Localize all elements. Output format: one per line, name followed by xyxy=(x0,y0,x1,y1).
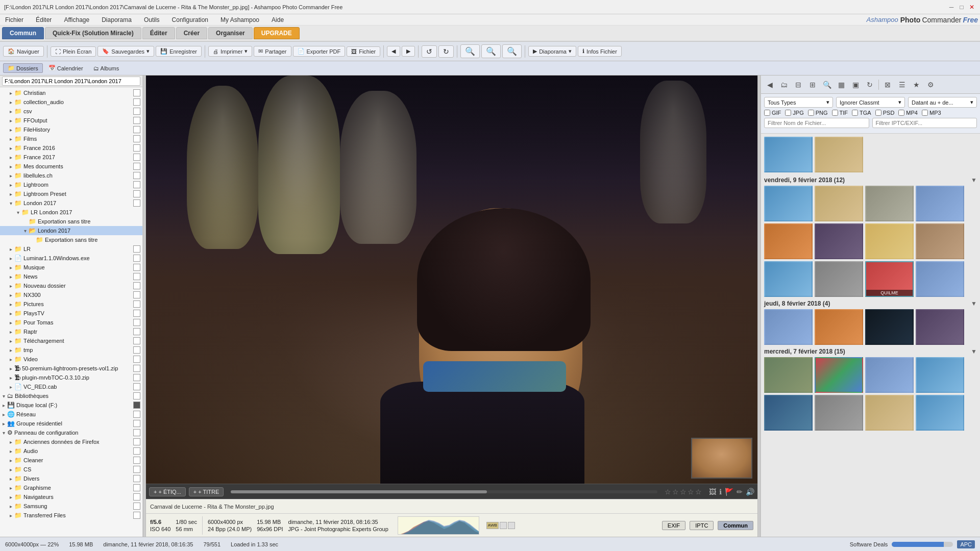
prev-button[interactable]: ◀ xyxy=(387,46,400,57)
tree-item-france2017[interactable]: ▸📁France 2017 xyxy=(0,153,142,162)
section-collapse-icon-2[interactable]: ▼ xyxy=(971,300,977,307)
navigate-button[interactable]: 🏠 Naviguer xyxy=(3,46,44,57)
menu-configuration[interactable]: Configuration xyxy=(169,15,211,24)
nav-albums[interactable]: 🗂 Albums xyxy=(89,64,124,73)
tree-expand-disque_local[interactable]: ▸ xyxy=(0,403,7,408)
tree-expand-collection_audio[interactable]: ▸ xyxy=(7,99,14,105)
tree-item-vc_red[interactable]: ▸📄VC_RED.cab xyxy=(0,382,142,391)
tree-expand-transferred[interactable]: ▸ xyxy=(7,513,14,518)
tab-editer[interactable]: Éditer xyxy=(142,27,175,39)
thumbnail[interactable] xyxy=(865,186,914,221)
exif-panel-button[interactable]: EXIF xyxy=(662,521,685,530)
tree-expand-news[interactable]: ▸ xyxy=(7,274,14,280)
tree-check-plugin[interactable] xyxy=(133,374,140,381)
tree-check-filehistory[interactable] xyxy=(133,126,140,133)
tree-item-nouveau_dossier[interactable]: ▸📁Nouveau dossier xyxy=(0,281,142,290)
filter-gif[interactable]: GIF xyxy=(764,110,781,116)
tree-item-musique[interactable]: ▸📁Musique xyxy=(0,263,142,272)
tree-item-tmp[interactable]: ▸📁tmp xyxy=(0,345,142,355)
filter-png[interactable]: PNG xyxy=(808,110,828,116)
tree-item-anciennes_firefox[interactable]: ▸📁Anciennes données de Firefox xyxy=(0,437,142,446)
rotate-right-button[interactable]: ↻ xyxy=(438,45,454,58)
tree-expand-lightroom_preset[interactable]: ▸ xyxy=(7,191,14,197)
tree-check-anciennes_firefox[interactable] xyxy=(133,438,140,445)
tree-check-lr[interactable] xyxy=(133,245,140,253)
rt-view1-button[interactable]: ⊟ xyxy=(792,78,805,91)
tree-expand-pour_tomas[interactable]: ▸ xyxy=(7,320,14,325)
tree-expand-raptr[interactable]: ▸ xyxy=(7,329,14,335)
tree-item-raptr[interactable]: ▸📁Raptr xyxy=(0,327,142,336)
tree-expand-plugin[interactable]: ▸ xyxy=(7,375,14,381)
tree-expand-films[interactable]: ▸ xyxy=(7,136,14,142)
tree-item-divers[interactable]: ▸📁Divers xyxy=(0,474,142,483)
tree-check-transferred[interactable] xyxy=(133,512,140,519)
tree-expand-lr[interactable]: ▸ xyxy=(7,246,14,252)
tree-expand-france2016[interactable]: ▸ xyxy=(7,145,14,151)
filter-tif[interactable]: TIF xyxy=(832,110,848,116)
tree-check-news[interactable] xyxy=(133,273,140,280)
tree-check-nx300[interactable] xyxy=(133,291,140,298)
tree-expand-libellules[interactable]: ▸ xyxy=(7,173,14,179)
tree-check-films[interactable] xyxy=(133,135,140,142)
tree-check-csv[interactable] xyxy=(133,108,140,115)
tree-expand-audio[interactable]: ▸ xyxy=(7,448,14,454)
tree-expand-london2017[interactable]: ▾ xyxy=(7,201,14,206)
add-title-button[interactable]: + + TITRE xyxy=(189,487,224,496)
filter-jpg[interactable]: JPG xyxy=(785,110,803,116)
tree-check-lightroom[interactable] xyxy=(133,181,140,188)
tree-check-raptr[interactable] xyxy=(133,328,140,335)
filter-date-select[interactable]: Datant au + de... ▾ xyxy=(908,97,977,108)
rt-search-button[interactable]: 🔍 xyxy=(820,78,834,91)
tree-item-lr[interactable]: ▸📁LR xyxy=(0,244,142,254)
tree-item-films[interactable]: ▸📁Films xyxy=(0,134,142,143)
tree-check-london2017[interactable] xyxy=(133,199,140,207)
thumbnail[interactable] xyxy=(815,261,863,297)
thumbnail[interactable] xyxy=(815,309,863,345)
tree-check-video[interactable] xyxy=(133,356,140,363)
tree-check-musique[interactable] xyxy=(133,264,140,271)
tree-check-reseau[interactable] xyxy=(133,411,140,418)
tree-expand-filehistory[interactable]: ▸ xyxy=(7,127,14,133)
file-button[interactable]: 🖼 Fichier xyxy=(347,46,380,57)
tree-expand-christian[interactable]: ▸ xyxy=(7,90,14,96)
tree-expand-france2017[interactable]: ▸ xyxy=(7,155,14,160)
tree-expand-graphisme[interactable]: ▸ xyxy=(7,485,14,491)
tree-check-50premium[interactable] xyxy=(133,365,140,372)
filter-psd[interactable]: PSD xyxy=(875,110,895,116)
menu-outils[interactable]: Outils xyxy=(141,15,163,24)
tree-item-cleaner[interactable]: ▸📁Cleaner xyxy=(0,456,142,465)
tree-item-libellules[interactable]: ▸📁libellules.ch xyxy=(0,171,142,180)
tree-expand-divers[interactable]: ▸ xyxy=(7,476,14,482)
tree-check-luminar[interactable] xyxy=(133,255,140,262)
tree-item-telechargement[interactable]: ▸📁Téléchargement xyxy=(0,336,142,345)
tree-item-navigateurs[interactable]: ▸📁Navigateurs xyxy=(0,492,142,502)
tree-expand-reseau[interactable]: ▸ xyxy=(0,412,7,417)
photo-display-area[interactable] xyxy=(146,76,757,484)
tree-expand-bibliotheques[interactable]: ▾ xyxy=(0,393,7,399)
tree-check-cleaner[interactable] xyxy=(133,457,140,464)
tree-check-france2016[interactable] xyxy=(133,144,140,152)
flag-action-icon[interactable]: 🚩 xyxy=(725,488,733,496)
tree-item-cs[interactable]: ▸📁CS xyxy=(0,465,142,474)
tree-expand-tmp[interactable]: ▸ xyxy=(7,347,14,353)
tree-expand-navigateurs[interactable]: ▸ xyxy=(7,494,14,500)
star-2[interactable]: ☆ xyxy=(672,488,679,496)
thumbnail[interactable] xyxy=(916,357,964,393)
tree-item-christian[interactable]: ▸📁Christian xyxy=(0,88,142,97)
tree-item-playstv[interactable]: ▸📁PlaysTV xyxy=(0,309,142,318)
tree-check-groupe_res[interactable] xyxy=(133,420,140,427)
tree-expand-nx300[interactable]: ▸ xyxy=(7,292,14,298)
tree-item-nx300[interactable]: ▸📁NX300 xyxy=(0,290,142,299)
filter-tga[interactable]: TGA xyxy=(852,110,871,116)
share-button[interactable]: ✉ Partager xyxy=(254,46,291,57)
tree-expand-panneau[interactable]: ▾ xyxy=(0,430,7,436)
tree-check-navigateurs[interactable] xyxy=(133,493,140,500)
tree-item-lightroom_preset[interactable]: ▸📁Lightroom Preset xyxy=(0,189,142,198)
edit-action-icon[interactable]: ✏ xyxy=(737,488,743,496)
tree-expand-lightroom[interactable]: ▸ xyxy=(7,182,14,188)
tree-check-christian[interactable] xyxy=(133,89,140,96)
tree-item-panneau[interactable]: ▾⚙Panneau de configuration xyxy=(0,428,142,437)
tree-item-ffoutput[interactable]: ▸📁FFOutput xyxy=(0,116,142,125)
file-info-button[interactable]: ℹ Infos Fichier xyxy=(578,46,622,57)
tree-expand-ffoutput[interactable]: ▸ xyxy=(7,118,14,123)
